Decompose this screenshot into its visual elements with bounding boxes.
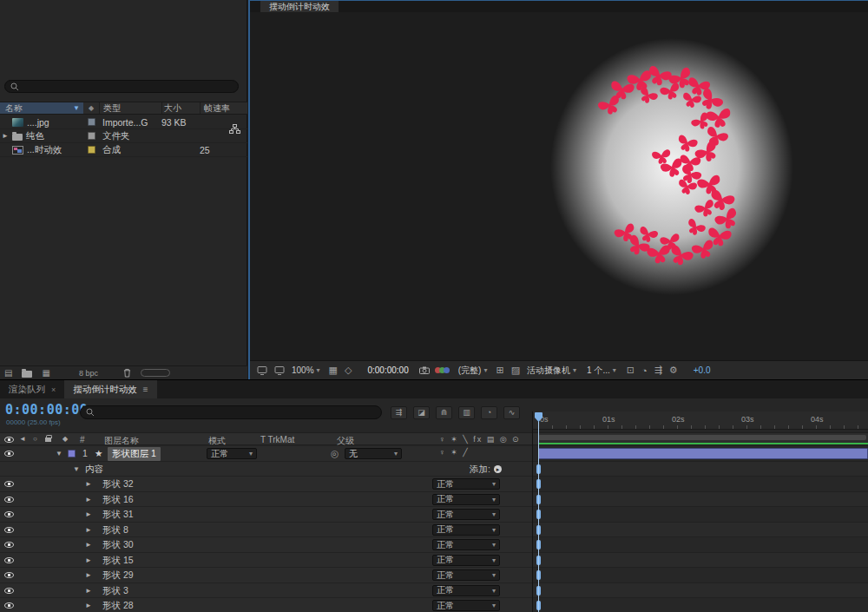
shape-name[interactable]: 形状 8 bbox=[102, 524, 128, 536]
timeline-divider[interactable] bbox=[532, 411, 533, 612]
viewer-tab-composition[interactable]: 摆动倒计时动效 bbox=[260, 1, 339, 13]
time-ruler[interactable]: 0s 01s 02s 03s 04s bbox=[533, 411, 868, 430]
expand-arrow-icon[interactable]: ▼ bbox=[56, 450, 62, 457]
resolution-dropdown[interactable]: (完整)▾ bbox=[458, 365, 488, 377]
exposure-value[interactable]: +0.0 bbox=[694, 365, 711, 375]
column-header-size[interactable]: 大小 bbox=[161, 102, 200, 114]
column-header-type[interactable]: 类型 bbox=[99, 102, 161, 114]
shape-row[interactable]: ► 形状 29 正常▾ bbox=[0, 568, 868, 583]
property-track[interactable] bbox=[532, 507, 868, 523]
layer-track[interactable] bbox=[532, 446, 868, 462]
expand-arrow-icon[interactable]: ► bbox=[2, 132, 9, 140]
property-track[interactable] bbox=[532, 598, 868, 612]
video-column-eye-icon[interactable] bbox=[4, 437, 14, 443]
close-icon[interactable]: × bbox=[51, 385, 56, 394]
region-of-interest-icon[interactable]: ⊞ bbox=[496, 365, 503, 376]
shape-mode-dropdown[interactable]: 正常▾ bbox=[432, 585, 500, 596]
shape-row[interactable]: ► 形状 30 正常▾ bbox=[0, 537, 868, 553]
project-item-row[interactable]: ...时动效 合成 25 bbox=[0, 143, 247, 157]
project-search-input[interactable] bbox=[4, 80, 239, 93]
property-track[interactable] bbox=[532, 537, 868, 553]
motion-blur-icon[interactable]: ◔ bbox=[481, 406, 497, 419]
current-time-display[interactable]: 0:00:00:00 bbox=[5, 402, 88, 418]
property-track[interactable] bbox=[532, 583, 868, 599]
shape-row[interactable]: ► 形状 3 正常▾ bbox=[0, 583, 868, 599]
label-color-swatch[interactable] bbox=[88, 118, 95, 126]
bpc-toggle[interactable]: 8 bpc bbox=[79, 369, 98, 378]
shape-mode-dropdown[interactable]: 正常▾ bbox=[432, 569, 500, 581]
property-track[interactable] bbox=[532, 553, 868, 569]
shape-mode-dropdown[interactable]: 正常▾ bbox=[432, 494, 500, 505]
tab-composition-timeline[interactable]: 摆动倒计时动效≡ bbox=[64, 380, 156, 398]
draft-3d-icon[interactable]: ◪ bbox=[413, 406, 430, 419]
property-track[interactable] bbox=[532, 523, 868, 538]
solo-column-icon[interactable]: ○ bbox=[33, 435, 37, 443]
shape-mode-dropdown[interactable]: 正常▾ bbox=[432, 555, 500, 566]
layer-label-swatch[interactable] bbox=[68, 450, 76, 457]
visibility-eye-icon[interactable] bbox=[4, 451, 14, 457]
panel-menu-icon[interactable]: ≡ bbox=[143, 385, 148, 394]
visibility-eye-icon[interactable] bbox=[4, 497, 14, 503]
lock-column-icon[interactable] bbox=[45, 438, 51, 442]
expand-arrow-icon[interactable]: ► bbox=[85, 587, 92, 595]
mode-column-header[interactable]: 模式 bbox=[208, 435, 226, 447]
parent-column-header[interactable]: 父级 bbox=[337, 435, 354, 447]
flowchart-icon[interactable]: ⇶ bbox=[654, 365, 662, 376]
column-header-framerate[interactable]: 帧速率 bbox=[200, 102, 247, 114]
audio-column-icon[interactable]: ◄ bbox=[19, 435, 26, 443]
shape-row[interactable]: ► 形状 28 正常▾ bbox=[0, 598, 868, 612]
mini-flowchart-icon[interactable]: ⇶ bbox=[391, 406, 407, 419]
column-header-name[interactable]: 名称▼ bbox=[0, 102, 83, 114]
label-column-icon[interactable]: ◆ bbox=[62, 435, 68, 443]
shape-name[interactable]: 形状 29 bbox=[102, 569, 134, 582]
expand-arrow-icon[interactable]: ▼ bbox=[73, 465, 80, 473]
visibility-eye-icon[interactable] bbox=[4, 572, 14, 578]
shape-mode-dropdown[interactable]: 正常▾ bbox=[432, 539, 500, 550]
shape-row[interactable]: ► 形状 32 正常▾ bbox=[0, 477, 868, 492]
reset-exposure-gear-icon[interactable]: ⚙ bbox=[669, 365, 678, 376]
layer-duration-bar[interactable] bbox=[538, 448, 868, 459]
3d-view-dropdown[interactable]: 活动摄像机▾ bbox=[527, 365, 576, 377]
interpret-footage-icon[interactable]: ▤ bbox=[4, 368, 12, 378]
expand-arrow-icon[interactable]: ► bbox=[85, 496, 92, 503]
current-time-indicator-line[interactable] bbox=[538, 415, 539, 612]
expand-arrow-icon[interactable]: ► bbox=[85, 480, 92, 488]
property-track[interactable] bbox=[532, 492, 868, 508]
expand-arrow-icon[interactable]: ► bbox=[85, 526, 92, 534]
visibility-eye-icon[interactable] bbox=[4, 588, 14, 594]
new-folder-icon[interactable] bbox=[22, 371, 32, 378]
layer-switches[interactable]: ♀ ✶ ╱ bbox=[439, 448, 470, 457]
expand-arrow-icon[interactable]: ► bbox=[85, 510, 92, 518]
work-area-bar[interactable] bbox=[538, 435, 866, 440]
transparency-grid-icon[interactable]: ▨ bbox=[511, 365, 520, 376]
composition-stage[interactable] bbox=[250, 12, 868, 360]
magnification-dropdown[interactable]: 100%▾ bbox=[292, 365, 320, 375]
tab-render-queue[interactable]: 渲染队列× bbox=[0, 380, 64, 398]
main-viewer-icon[interactable] bbox=[274, 366, 285, 375]
layer-name[interactable]: 形状图层 1 bbox=[108, 447, 161, 461]
shape-name[interactable]: 形状 30 bbox=[102, 539, 134, 551]
visibility-eye-icon[interactable] bbox=[4, 542, 14, 548]
new-composition-icon[interactable]: ▦ bbox=[42, 368, 49, 378]
shape-row[interactable]: ► 形状 15 正常▾ bbox=[0, 553, 868, 569]
expand-arrow-icon[interactable]: ► bbox=[85, 541, 92, 549]
layer-name-column-header[interactable]: 图层名称 bbox=[104, 435, 139, 447]
shape-name[interactable]: 形状 28 bbox=[102, 600, 134, 612]
graph-editor-icon[interactable]: ∿ bbox=[503, 406, 520, 419]
shape-row[interactable]: ► 形状 8 正常▾ bbox=[0, 523, 868, 538]
contents-row[interactable]: ▼ 内容 添加:▸ bbox=[0, 462, 868, 477]
expand-arrow-icon[interactable]: ► bbox=[85, 602, 92, 609]
visibility-eye-icon[interactable] bbox=[4, 527, 14, 533]
shape-mode-dropdown[interactable]: 正常▾ bbox=[432, 600, 500, 611]
contents-label[interactable]: 内容 bbox=[85, 464, 103, 476]
shape-mode-dropdown[interactable]: 正常▾ bbox=[432, 509, 500, 520]
shape-mode-dropdown[interactable]: 正常▾ bbox=[432, 524, 500, 536]
fast-previews-icon[interactable]: ◔ bbox=[641, 365, 648, 376]
visibility-eye-icon[interactable] bbox=[4, 557, 14, 563]
parent-dropdown[interactable]: 无▾ bbox=[345, 448, 402, 459]
shape-name[interactable]: 形状 15 bbox=[102, 555, 134, 567]
always-preview-icon[interactable] bbox=[257, 366, 267, 375]
property-track[interactable] bbox=[532, 477, 868, 492]
visibility-eye-icon[interactable] bbox=[4, 481, 14, 487]
view-layout-dropdown[interactable]: 1 个...▾ bbox=[587, 365, 616, 377]
